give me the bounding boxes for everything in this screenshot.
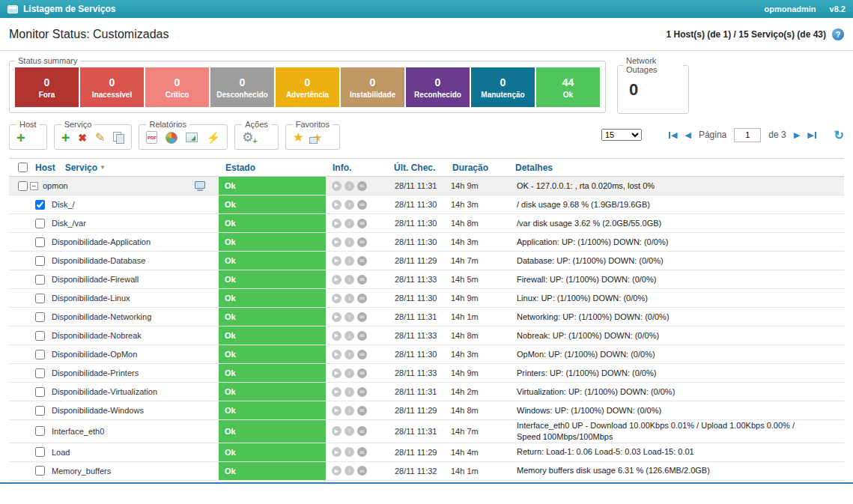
link-icon[interactable]: ∞ [357, 275, 367, 285]
page-size-select[interactable]: 15 [601, 129, 642, 141]
link-icon[interactable]: ∞ [357, 331, 367, 341]
recheck-icon[interactable]: ▶ [332, 237, 341, 247]
add-favorite-icon[interactable]: ★ [312, 132, 322, 143]
status-box-inacessível[interactable]: 0Inacessível [80, 67, 144, 107]
info-icon[interactable]: i [344, 181, 354, 191]
recheck-icon[interactable]: ▶ [332, 387, 341, 397]
link-icon[interactable]: ∞ [357, 200, 367, 210]
recheck-icon[interactable]: ▶ [332, 181, 341, 191]
col-detalhes[interactable]: Detalhes [509, 163, 844, 173]
service-name[interactable]: Disponibilidade-Nobreak [52, 331, 142, 340]
info-icon[interactable]: i [344, 447, 354, 457]
service-name[interactable]: Disponibilidade-Firewall [52, 275, 139, 284]
collapse-icon[interactable]: − [30, 182, 38, 190]
service-checkbox[interactable] [35, 426, 45, 436]
recheck-icon[interactable]: ▶ [332, 331, 341, 341]
host-checkbox[interactable] [18, 181, 28, 191]
service-name[interactable]: Disponibilidade-Application [52, 237, 151, 246]
logged-user[interactable]: opmonadmin [765, 4, 816, 13]
col-duracao[interactable]: Duração [446, 163, 509, 173]
info-icon[interactable]: i [344, 256, 354, 266]
service-checkbox[interactable] [35, 256, 45, 266]
service-checkbox[interactable] [35, 350, 45, 359]
recheck-icon[interactable]: ▶ [332, 200, 341, 210]
chart-report-icon[interactable] [166, 132, 177, 144]
info-icon[interactable]: i [344, 219, 354, 228]
pdf-report-icon[interactable]: PDF [146, 131, 157, 144]
link-icon[interactable]: ∞ [357, 312, 367, 322]
service-checkbox[interactable] [35, 237, 45, 247]
page-input[interactable] [734, 128, 761, 142]
delete-service-button[interactable]: ✖ [78, 133, 87, 143]
info-icon[interactable]: i [344, 406, 354, 416]
service-name[interactable]: Disk_/var [52, 219, 86, 228]
add-service-button[interactable]: + [61, 130, 70, 145]
favorite-star-icon[interactable]: ★ [293, 131, 304, 144]
info-icon[interactable]: i [344, 200, 354, 210]
col-info[interactable]: Info. [326, 163, 387, 173]
status-box-manutenção[interactable]: 0Manutenção [471, 67, 535, 107]
link-icon[interactable]: ∞ [357, 350, 367, 359]
sort-desc-icon[interactable]: ▼ [100, 164, 106, 171]
prev-page-button[interactable]: ◀ [684, 130, 690, 140]
recheck-icon[interactable]: ▶ [332, 368, 341, 378]
service-name[interactable]: Disk_/ [52, 200, 75, 209]
service-checkbox[interactable] [35, 387, 45, 397]
info-icon[interactable]: i [344, 368, 354, 378]
host-monitor-icon[interactable] [195, 181, 205, 191]
col-estado[interactable]: Estado [219, 163, 326, 173]
status-box-desconhecido[interactable]: 0Desconhecido [210, 67, 274, 107]
link-icon[interactable]: ∞ [357, 368, 367, 378]
service-checkbox[interactable] [35, 368, 45, 378]
service-name[interactable]: Disponibilidade-Linux [52, 294, 130, 303]
info-icon[interactable]: i [344, 294, 354, 303]
next-page-button[interactable]: ▶ [794, 130, 800, 140]
info-icon[interactable]: i [344, 237, 354, 247]
export-report-icon[interactable] [186, 133, 198, 142]
service-checkbox[interactable] [35, 294, 45, 303]
edit-service-button[interactable]: ✎ [95, 132, 105, 144]
info-icon[interactable]: i [344, 350, 354, 359]
col-servico[interactable]: Serviço [65, 163, 97, 173]
info-icon[interactable]: i [344, 387, 354, 397]
refresh-icon[interactable]: ↻ [834, 128, 844, 142]
service-checkbox[interactable] [35, 447, 45, 457]
col-host[interactable]: Host [35, 163, 55, 173]
status-box-fora[interactable]: 0Fora [15, 67, 79, 107]
service-name[interactable]: Memory_buffers [52, 467, 111, 476]
service-checkbox[interactable] [35, 466, 45, 476]
status-box-instabilidade[interactable]: 0Instabilidade [341, 67, 404, 107]
status-box-advertência[interactable]: 0Advertência [276, 67, 339, 107]
service-name[interactable]: Disponibilidade-Virtualization [52, 387, 157, 396]
link-icon[interactable]: ∞ [357, 294, 367, 303]
link-icon[interactable]: ∞ [357, 256, 367, 266]
recheck-icon[interactable]: ▶ [332, 466, 341, 476]
service-checkbox[interactable] [35, 312, 45, 322]
host-name[interactable]: opmon [43, 181, 68, 190]
last-page-button[interactable]: ▶ [807, 130, 816, 140]
service-name[interactable]: Disponibilidade-OpMon [52, 350, 137, 359]
service-name[interactable]: Interface_eth0 [52, 427, 104, 436]
service-checkbox[interactable] [35, 406, 45, 416]
recheck-icon[interactable]: ▶ [332, 256, 341, 266]
help-icon[interactable]: ? [832, 28, 844, 40]
info-icon[interactable]: i [344, 426, 354, 436]
service-name[interactable]: Disponibilidade-Database [52, 256, 145, 265]
status-box-ok[interactable]: 44Ok [536, 67, 600, 107]
link-icon[interactable]: ∞ [357, 387, 367, 397]
link-icon[interactable]: ∞ [357, 181, 367, 191]
recheck-icon[interactable]: ▶ [332, 447, 341, 457]
service-checkbox[interactable] [35, 200, 45, 210]
info-icon[interactable]: i [344, 466, 354, 476]
status-box-crítico[interactable]: 0Crítico [145, 67, 209, 107]
link-icon[interactable]: ∞ [357, 447, 367, 457]
service-checkbox[interactable] [35, 219, 45, 228]
select-all-checkbox[interactable] [18, 163, 28, 172]
recheck-icon[interactable]: ▶ [332, 406, 341, 416]
service-name[interactable]: Disponibilidade-Printers [52, 368, 139, 377]
link-icon[interactable]: ∞ [357, 406, 367, 416]
recheck-icon[interactable]: ▶ [332, 294, 341, 303]
first-page-button[interactable]: ◀ [669, 130, 677, 140]
info-icon[interactable]: i [344, 312, 354, 322]
recheck-icon[interactable]: ▶ [332, 219, 341, 228]
